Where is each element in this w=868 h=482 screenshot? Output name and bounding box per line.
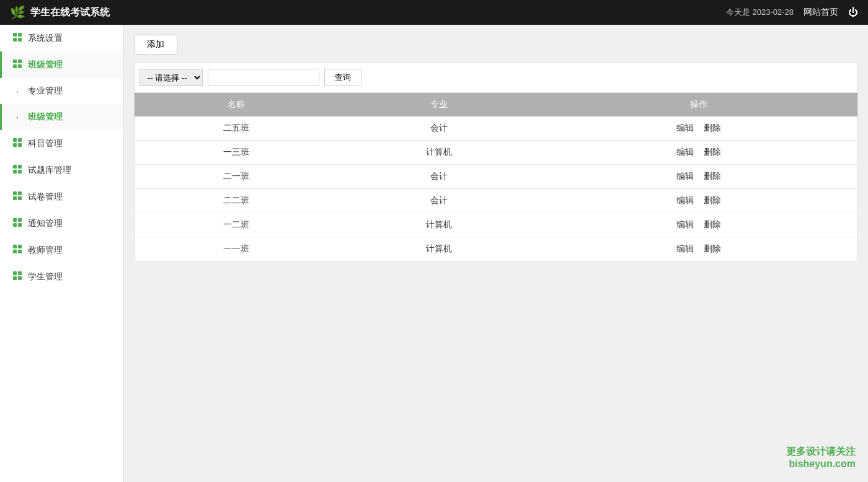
- edit-link[interactable]: 编辑: [676, 195, 694, 205]
- table-row: 一三班 计算机 编辑 删除: [135, 141, 858, 165]
- sidebar-item-teacher[interactable]: 教师管理: [0, 237, 123, 263]
- sidebar-label-notice: 通知管理: [28, 218, 63, 229]
- svg-rect-23: [18, 223, 22, 227]
- edit-link[interactable]: 编辑: [676, 123, 694, 133]
- sidebar-label-question-bank: 试题库管理: [28, 165, 71, 176]
- logo: 🌿 学生在线考试系统: [10, 5, 110, 20]
- edit-link[interactable]: 编辑: [676, 219, 694, 229]
- cell-name: 二一班: [135, 165, 338, 189]
- table-row: 二一班 会计 编辑 删除: [135, 165, 858, 189]
- sidebar-item-exam[interactable]: 试卷管理: [0, 183, 123, 210]
- table-row: 一一班 计算机 编辑 删除: [135, 237, 858, 261]
- svg-rect-20: [13, 218, 17, 222]
- table-row: 二五班 会计 编辑 删除: [135, 116, 858, 141]
- sidebar-item-subject[interactable]: 科目管理: [0, 130, 123, 157]
- sidebar-label-class-sub: 班级管理: [28, 112, 63, 123]
- header-right: 今天是 2023-02-28 网站首页 ⏻: [726, 7, 858, 18]
- header-date: 今天是 2023-02-28: [726, 7, 794, 18]
- svg-rect-22: [13, 223, 17, 227]
- delete-link[interactable]: 删除: [704, 219, 721, 229]
- sidebar-label-major: 专业管理: [28, 85, 63, 97]
- delete-link[interactable]: 删除: [704, 171, 721, 181]
- sidebar-label-teacher: 教师管理: [28, 245, 63, 256]
- col-name: 名称: [135, 93, 338, 117]
- system-icon: [12, 32, 23, 44]
- cell-name: 一三班: [135, 141, 338, 165]
- edit-link[interactable]: 编辑: [676, 171, 694, 181]
- cell-name: 一一班: [135, 237, 338, 261]
- svg-rect-12: [13, 165, 17, 169]
- svg-rect-5: [18, 59, 22, 63]
- sidebar-item-question-bank[interactable]: 试题库管理: [0, 157, 123, 183]
- arrow-major-icon: ›: [12, 88, 23, 95]
- svg-rect-31: [18, 276, 22, 280]
- edit-link[interactable]: 编辑: [676, 147, 694, 157]
- cell-major: 会计: [338, 116, 540, 141]
- cell-action: 编辑 删除: [540, 165, 858, 189]
- cell-name: 二五班: [135, 116, 338, 141]
- svg-rect-28: [13, 271, 17, 275]
- svg-rect-14: [13, 170, 17, 173]
- col-action: 操作: [540, 93, 858, 117]
- cell-major: 会计: [338, 165, 540, 189]
- cell-action: 编辑 删除: [540, 141, 858, 165]
- delete-link[interactable]: 删除: [704, 195, 721, 205]
- svg-rect-3: [18, 38, 22, 42]
- svg-rect-4: [13, 59, 17, 63]
- svg-rect-8: [13, 138, 17, 142]
- svg-rect-26: [13, 250, 17, 253]
- class-table: 名称 专业 操作 二五班 会计 编辑 删除 一三班 计算机 编辑 删除 二一班 …: [134, 92, 858, 261]
- svg-rect-24: [13, 245, 17, 248]
- delete-link[interactable]: 删除: [704, 147, 721, 157]
- sidebar-item-class-top[interactable]: 班级管理: [0, 51, 123, 78]
- cell-action: 编辑 删除: [540, 237, 858, 261]
- subject-icon: [12, 138, 23, 149]
- svg-rect-27: [18, 250, 22, 253]
- cell-major: 计算机: [338, 141, 540, 165]
- sidebar-item-system[interactable]: 系统设置: [0, 25, 123, 51]
- col-major: 专业: [338, 93, 540, 117]
- student-icon: [12, 271, 23, 283]
- sidebar-label-subject: 科目管理: [28, 138, 63, 149]
- svg-rect-21: [18, 218, 22, 222]
- svg-rect-30: [13, 276, 17, 280]
- cell-action: 编辑 删除: [540, 189, 858, 213]
- sidebar-item-major[interactable]: › 专业管理: [0, 78, 123, 104]
- svg-rect-7: [18, 64, 22, 68]
- sidebar-item-notice[interactable]: 通知管理: [0, 210, 123, 237]
- sidebar-item-student[interactable]: 学生管理: [0, 263, 123, 290]
- svg-rect-9: [18, 138, 22, 142]
- delete-link[interactable]: 删除: [704, 123, 721, 133]
- search-button[interactable]: 查询: [324, 69, 361, 86]
- sidebar-label-student: 学生管理: [28, 271, 63, 283]
- sidebar-label-system: 系统设置: [28, 33, 63, 44]
- leaf-icon: 🌿: [10, 5, 25, 20]
- main-content: 添加 -- 请选择 -- 会计 计算机 查询 名称 专业 操作 二五班 会计: [124, 25, 868, 482]
- cell-name: 一二班: [135, 213, 338, 237]
- major-select[interactable]: -- 请选择 -- 会计 计算机: [140, 69, 203, 86]
- edit-link[interactable]: 编辑: [676, 243, 694, 253]
- cell-action: 编辑 删除: [540, 116, 858, 141]
- class-top-icon: [12, 59, 23, 71]
- delete-link[interactable]: 删除: [704, 243, 721, 253]
- cell-major: 计算机: [338, 213, 540, 237]
- svg-rect-29: [18, 271, 22, 275]
- svg-rect-15: [18, 170, 22, 173]
- cell-major: 计算机: [338, 237, 540, 261]
- add-button[interactable]: 添加: [134, 35, 177, 55]
- app-title: 学生在线考试系统: [30, 6, 110, 19]
- power-icon[interactable]: ⏻: [848, 7, 858, 18]
- svg-rect-25: [18, 245, 22, 248]
- home-link[interactable]: 网站首页: [804, 7, 838, 18]
- svg-rect-1: [18, 33, 22, 37]
- sidebar-item-class-sub[interactable]: › 班级管理: [0, 104, 123, 130]
- sidebar-label-class-top: 班级管理: [28, 59, 63, 71]
- sidebar: 系统设置 班级管理 › 专业管理 › 班级管理 科目管理 试题库管理: [0, 25, 124, 482]
- svg-rect-19: [18, 196, 22, 200]
- teacher-icon: [12, 244, 23, 256]
- layout: 系统设置 班级管理 › 专业管理 › 班级管理 科目管理 试题库管理: [0, 25, 868, 482]
- sidebar-label-exam: 试卷管理: [28, 191, 63, 203]
- search-input[interactable]: [208, 69, 319, 86]
- cell-action: 编辑 删除: [540, 213, 858, 237]
- table-row: 一二班 计算机 编辑 删除: [135, 213, 858, 237]
